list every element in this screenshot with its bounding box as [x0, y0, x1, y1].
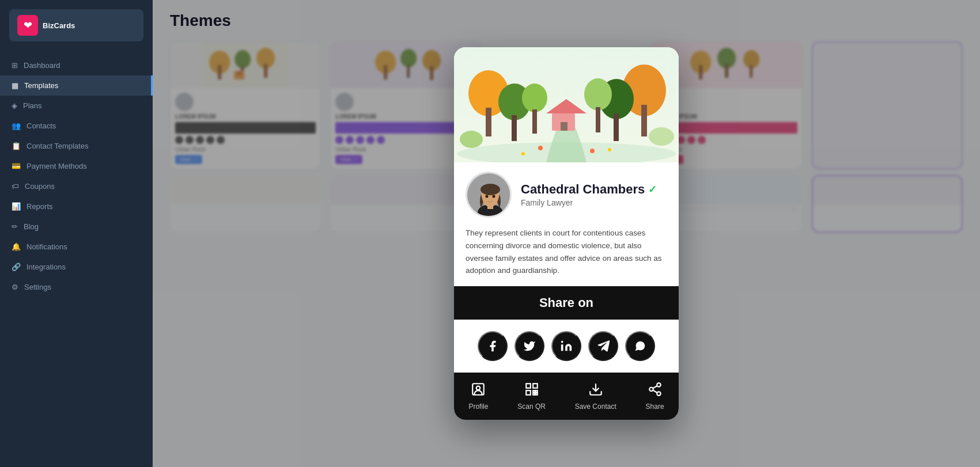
profile-icon: [471, 382, 486, 400]
sidebar-item-dashboard[interactable]: ⊞ Dashboard: [0, 55, 153, 75]
logo-icon: ❤: [17, 15, 38, 36]
sidebar-label-integrations: Integrations: [27, 263, 66, 271]
svg-rect-31: [512, 115, 517, 141]
facebook-button[interactable]: [478, 331, 508, 361]
contacts-icon: 👥: [12, 122, 21, 130]
modal-share-title: Share on: [466, 295, 667, 310]
svg-point-66: [657, 392, 661, 396]
sidebar-item-integrations[interactable]: 🔗 Integrations: [0, 257, 153, 277]
sidebar-item-coupons[interactable]: 🏷 Coupons: [0, 176, 153, 196]
svg-point-32: [522, 83, 547, 112]
sidebar-label-reports: Reports: [27, 202, 53, 211]
share-icon: [648, 382, 663, 400]
svg-rect-39: [596, 107, 600, 132]
contact-templates-icon: 📋: [12, 142, 21, 150]
profile-name-text: Cathedral Chambers: [521, 182, 645, 197]
modal-profile-info: Cathedral Chambers ✓ Family Lawyer: [521, 182, 667, 207]
payment-icon: 💳: [12, 162, 21, 170]
telegram-button[interactable]: [588, 331, 618, 361]
sidebar-item-contact-templates[interactable]: 📋 Contact Templates: [0, 136, 153, 156]
svg-rect-37: [614, 113, 619, 141]
svg-point-40: [460, 131, 483, 148]
sidebar-label-contacts: Contacts: [27, 122, 56, 130]
svg-rect-60: [535, 390, 537, 392]
share-modal: Cathedral Chambers ✓ Family Lawyer They …: [454, 47, 679, 419]
svg-point-65: [649, 387, 653, 391]
svg-rect-57: [533, 384, 538, 388]
sidebar-item-notifications[interactable]: 🔔 Notifications: [0, 237, 153, 257]
blog-icon: ✏: [12, 222, 18, 231]
modal-social-buttons: [454, 320, 679, 373]
sidebar-label-settings: Settings: [24, 283, 51, 291]
svg-point-45: [608, 148, 611, 151]
footer-share[interactable]: Share: [639, 379, 671, 413]
plans-icon: ◈: [12, 101, 17, 110]
footer-scan-qr-label: Scan QR: [517, 403, 546, 411]
modal-description: They represent clients in court for cont…: [454, 225, 679, 286]
logo-text: BizCards: [43, 21, 75, 30]
svg-rect-62: [535, 393, 537, 394]
footer-scan-qr[interactable]: Scan QR: [510, 379, 553, 413]
svg-rect-56: [526, 384, 531, 388]
modal-share-header: Share on: [454, 286, 679, 320]
sidebar-item-blog[interactable]: ✏ Blog: [0, 217, 153, 237]
sidebar-label-dashboard: Dashboard: [24, 61, 60, 70]
svg-point-55: [476, 386, 480, 390]
modal-profile-section: Cathedral Chambers ✓ Family Lawyer: [454, 162, 679, 225]
svg-line-67: [653, 390, 657, 392]
footer-profile[interactable]: Profile: [461, 379, 495, 413]
sidebar-logo[interactable]: ❤ BizCards: [9, 9, 143, 41]
sidebar-label-plans: Plans: [23, 101, 42, 110]
linkedin-button[interactable]: [551, 331, 581, 361]
svg-line-68: [653, 386, 657, 388]
svg-point-51: [486, 195, 489, 198]
svg-point-42: [538, 146, 543, 150]
sidebar-label-notifications: Notifications: [27, 242, 67, 251]
modal-profile-role: Family Lawyer: [521, 198, 667, 207]
sidebar-item-payment-methods[interactable]: 💳 Payment Methods: [0, 156, 153, 176]
modal-banner: [454, 47, 679, 162]
svg-point-44: [521, 152, 525, 155]
modal-overlay[interactable]: Cathedral Chambers ✓ Family Lawyer They …: [153, 0, 980, 467]
coupons-icon: 🏷: [12, 182, 19, 191]
main-content: Themes LOREM IPSUM: [153, 0, 980, 467]
settings-icon: ⚙: [12, 283, 18, 291]
sidebar: ❤ BizCards ⊞ Dashboard ▦ Templates ◈ Pla…: [0, 0, 153, 467]
sidebar-item-plans[interactable]: ◈ Plans: [0, 96, 153, 116]
modal-profile-name: Cathedral Chambers ✓: [521, 182, 667, 197]
svg-rect-33: [532, 109, 537, 134]
save-contact-icon: [588, 382, 603, 400]
footer-share-label: Share: [646, 403, 664, 411]
sidebar-label-payment: Payment Methods: [27, 162, 87, 170]
twitter-button[interactable]: [514, 331, 544, 361]
footer-save-contact-label: Save Contact: [575, 403, 616, 411]
svg-rect-59: [533, 390, 535, 392]
dashboard-icon: ⊞: [12, 61, 18, 70]
notifications-icon: 🔔: [12, 242, 21, 251]
footer-profile-label: Profile: [468, 403, 488, 411]
svg-point-41: [649, 127, 674, 146]
modal-avatar: [466, 172, 512, 218]
templates-icon: ▦: [12, 81, 18, 90]
svg-rect-61: [533, 393, 535, 394]
svg-rect-27: [561, 122, 567, 131]
reports-icon: 📊: [12, 202, 21, 211]
footer-save-contact[interactable]: Save Contact: [568, 379, 623, 413]
svg-point-53: [561, 341, 563, 343]
svg-point-52: [493, 195, 495, 198]
sidebar-item-settings[interactable]: ⚙ Settings: [0, 277, 153, 297]
svg-point-50: [480, 184, 500, 195]
sidebar-label-coupons: Coupons: [25, 182, 55, 191]
verified-badge: ✓: [648, 183, 657, 196]
svg-point-64: [657, 383, 661, 387]
sidebar-item-reports[interactable]: 📊 Reports: [0, 196, 153, 217]
svg-point-43: [590, 149, 595, 153]
sidebar-label-contact-templates: Contact Templates: [27, 142, 88, 150]
sidebar-item-templates[interactable]: ▦ Templates: [0, 75, 153, 96]
whatsapp-button[interactable]: [625, 331, 655, 361]
modal-footer: Profile Scan QR: [454, 373, 679, 420]
svg-rect-58: [526, 390, 531, 395]
sidebar-item-contacts[interactable]: 👥 Contacts: [0, 116, 153, 136]
sidebar-label-templates: Templates: [24, 81, 58, 90]
svg-point-38: [584, 78, 612, 111]
